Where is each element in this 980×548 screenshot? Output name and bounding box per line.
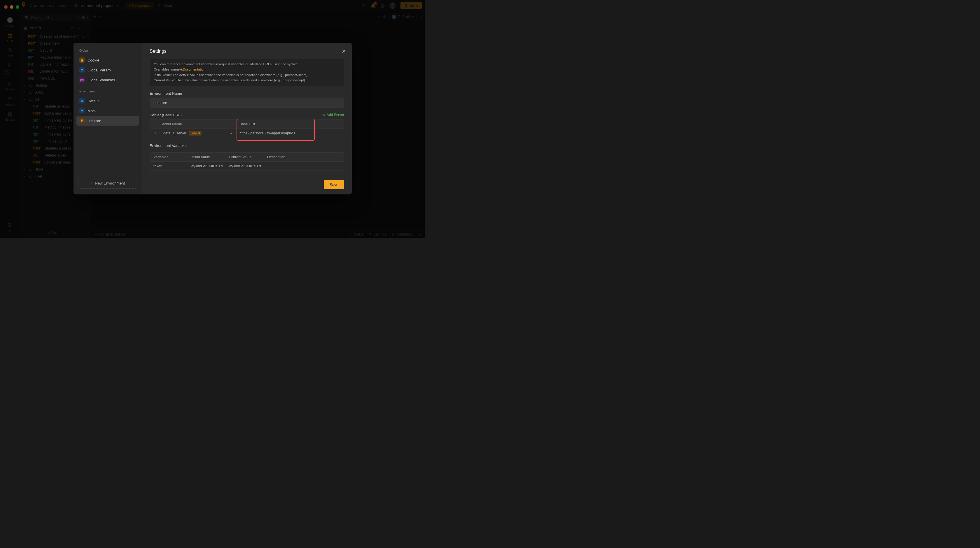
- vars-header-current: Current Value: [226, 153, 264, 162]
- modal-item-global-vars[interactable]: {x}Global Variables: [76, 75, 139, 85]
- global-heading: Global: [76, 47, 139, 55]
- base-url-header: Base URL: [236, 120, 344, 129]
- env-name-input[interactable]: [150, 98, 344, 108]
- env-p-icon: P: [80, 118, 84, 123]
- var-current-cell[interactable]: eyJhbGciOiJIUzI1N: [226, 162, 264, 170]
- vars-header-variables: Variables: [150, 153, 188, 162]
- modal-sidebar: Global ◉Cookie ◻Global Param {x}Global V…: [73, 43, 142, 194]
- cookie-icon: ◉: [80, 57, 84, 63]
- default-tag: Default: [189, 131, 202, 135]
- documentation-link[interactable]: Documentation: [183, 68, 205, 71]
- modal-item-global-param[interactable]: ◻Global Param: [76, 65, 139, 75]
- maximize-window[interactable]: [16, 5, 19, 9]
- server-name-cell[interactable]: ⋮⋮ default_server Default ⋯: [150, 129, 236, 138]
- window-controls: [4, 5, 19, 9]
- info-box: You can reference environment variables …: [150, 59, 344, 86]
- env-d-icon: D: [80, 98, 84, 103]
- modal-env-mock[interactable]: MMock: [76, 106, 139, 116]
- server-label: Server (Base URL): [150, 113, 182, 117]
- modal-env-default[interactable]: DDefault: [76, 96, 139, 106]
- modal-title: Settings: [150, 49, 344, 54]
- minimize-window[interactable]: [10, 5, 13, 9]
- env-heading: Environment: [76, 88, 139, 96]
- plus-circle-icon: ⊕: [322, 113, 325, 117]
- base-url-cell[interactable]: https://petstore3.swagger.io/api/v3: [236, 129, 344, 138]
- new-environment-button[interactable]: + New Environment: [78, 178, 137, 189]
- modal-content: Settings ✕ You can reference environment…: [142, 43, 352, 194]
- drag-handle-icon[interactable]: ⋮⋮: [153, 131, 161, 135]
- env-vars-label: Environment Variables: [150, 143, 344, 148]
- close-icon[interactable]: ✕: [342, 48, 346, 54]
- server-name-header: Server Name: [150, 120, 236, 129]
- vars-empty-row[interactable]: [150, 170, 344, 180]
- var-icon: {x}: [80, 77, 84, 83]
- save-button[interactable]: Save: [324, 180, 344, 189]
- param-icon: ◻: [80, 67, 84, 73]
- env-m-icon: M: [80, 108, 84, 113]
- server-table: Server Name Base URL ⋮⋮ default_server D…: [150, 119, 344, 138]
- vars-table: Variables Initial Value Current Value De…: [150, 152, 344, 180]
- vars-header-initial: Initial Value: [188, 153, 226, 162]
- vars-header-desc: Description: [264, 153, 344, 162]
- more-icon[interactable]: ⋯: [228, 131, 232, 135]
- close-window[interactable]: [4, 5, 8, 9]
- env-name-label: Environment Name: [150, 91, 344, 95]
- modal-item-cookie[interactable]: ◉Cookie: [76, 55, 139, 65]
- var-initial-cell[interactable]: eyJhbGciOiJIUzI1N: [188, 162, 226, 170]
- modal-env-petstore[interactable]: Ppetstore: [76, 116, 139, 125]
- var-desc-cell[interactable]: [264, 162, 344, 170]
- settings-modal: Global ◉Cookie ◻Global Param {x}Global V…: [73, 43, 352, 194]
- vars-row[interactable]: token eyJhbGciOiJIUzI1N eyJhbGciOiJIUzI1…: [150, 162, 344, 170]
- add-server-button[interactable]: ⊕Add Server: [322, 113, 344, 117]
- var-name-cell[interactable]: token: [150, 162, 188, 170]
